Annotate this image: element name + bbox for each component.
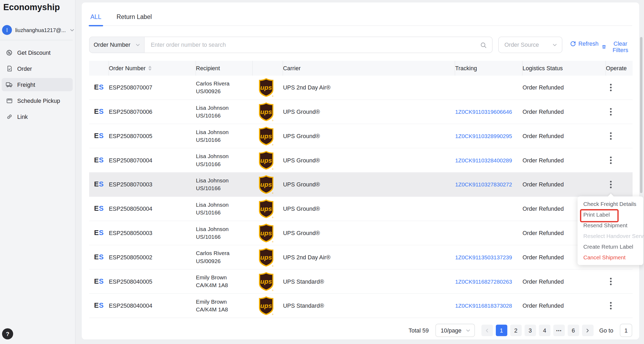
svg-text:ups: ups xyxy=(260,108,272,115)
page-size-select[interactable]: 10/page xyxy=(435,324,475,337)
tracking-cell: 1Z0CK9110328990295 xyxy=(455,132,523,140)
table-row[interactable]: ES ESP2508070003 Lisa Johnson US/10166 u… xyxy=(89,173,633,197)
table-row[interactable]: ES ESP2508040005 Emily Brown CA/K4M 1A8 … xyxy=(89,269,633,294)
row-actions-button[interactable] xyxy=(606,181,616,188)
economyship-es-logo: ES xyxy=(94,302,104,309)
table-row[interactable]: ES ESP2508050003 Lisa Johnson US/10166 u… xyxy=(89,221,633,245)
page-button[interactable]: 2 xyxy=(510,325,521,336)
tracking-link[interactable]: 1Z0CK9110328990295 xyxy=(455,133,512,139)
operate-cell xyxy=(606,278,633,285)
svg-text:®: ® xyxy=(272,313,274,315)
page-button[interactable]: 3 xyxy=(524,325,536,336)
sidebar-divider xyxy=(0,40,73,40)
menu-item[interactable]: Reselect Handover Service xyxy=(578,230,643,241)
carrier-logo-cell: ups ® xyxy=(253,272,283,291)
account-email: liuzhanghua1217@... xyxy=(15,27,66,33)
row-actions-button[interactable] xyxy=(606,108,616,115)
status-cell: Order Refunded xyxy=(523,157,606,164)
avatar: l xyxy=(2,25,12,35)
row-actions-button[interactable] xyxy=(606,157,616,164)
search-field-selector[interactable]: Order Number xyxy=(89,37,144,52)
svg-text:®: ® xyxy=(272,95,274,97)
menu-item[interactable]: Create Return Label xyxy=(578,241,643,252)
page-buttons: 1234•••6 xyxy=(481,325,594,336)
table-row[interactable]: ES ESP2508070005 Lisa Johnson US/10166 u… xyxy=(89,124,633,148)
row-actions-button[interactable] xyxy=(606,302,616,309)
tab-return-label[interactable]: Return Label xyxy=(115,12,153,25)
page-button[interactable]: 1 xyxy=(496,325,507,336)
clear-filters-label: Clear Filters xyxy=(609,40,632,53)
operate-cell xyxy=(606,132,633,140)
sidebar-item-order[interactable]: Order xyxy=(2,62,73,75)
order-source-select[interactable]: Order Source xyxy=(498,37,562,53)
sidebar-item-link[interactable]: Link xyxy=(2,110,73,123)
tracking-link[interactable]: 1Z0CK9110327830272 xyxy=(455,182,512,188)
table-row[interactable]: ES ESP2508040004 Emily Brown CA/K4M 1A8 … xyxy=(89,294,633,318)
row-actions-button[interactable] xyxy=(606,84,616,91)
tracking-link[interactable]: 1Z0CK9116827280263 xyxy=(455,279,512,285)
refresh-label: Refresh xyxy=(578,40,598,47)
table-row[interactable]: ES ESP2508050004 Lisa Johnson US/10166 u… xyxy=(89,197,633,221)
sort-icon[interactable] xyxy=(148,66,152,71)
menu-item[interactable]: Check Freight Details xyxy=(578,198,643,209)
menu-item[interactable]: Cancel Shipment xyxy=(578,252,643,263)
clear-filters-button[interactable]: Clear Filters xyxy=(602,40,632,53)
ups-logo: ups ® xyxy=(258,296,274,316)
total-count: Total 59 xyxy=(409,327,429,334)
recipient-code: US/10166 xyxy=(196,136,253,144)
prev-page-button[interactable] xyxy=(481,325,493,336)
svg-text:ups: ups xyxy=(260,278,272,285)
page-button[interactable]: 4 xyxy=(539,325,550,336)
recipient-name: Lisa Johnson xyxy=(196,201,253,209)
refresh-button[interactable]: Refresh xyxy=(570,40,598,47)
carrier-cell: UPS Ground® xyxy=(283,133,455,139)
carrier-logo-cell: ups ® xyxy=(253,175,283,194)
tracking-link[interactable]: 1Z0CK9110319606646 xyxy=(455,109,512,115)
page-button[interactable]: 6 xyxy=(568,325,579,336)
svg-text:ups: ups xyxy=(260,254,272,261)
recipient-name: Lisa Johnson xyxy=(196,153,253,160)
scrollbar[interactable] xyxy=(640,37,642,193)
order-number-cell: ESP2508050002 xyxy=(109,254,196,261)
column-header-order-number[interactable]: Order Number xyxy=(109,61,196,76)
tracking-link[interactable]: 1Z0CK9110328400289 xyxy=(455,157,512,163)
account-menu[interactable]: l liuzhanghua1217@... xyxy=(2,24,73,36)
row-actions-button[interactable] xyxy=(606,132,616,140)
help-button[interactable]: ? xyxy=(2,328,13,339)
table-row[interactable]: ES ESP2508070004 Lisa Johnson US/10166 u… xyxy=(89,148,633,173)
order-number-cell: ESP2508070003 xyxy=(109,181,196,188)
table-row[interactable]: ES ESP2508070006 Lisa Johnson US/10166 u… xyxy=(89,100,633,124)
tracking-cell: 1Z0CK9110328400289 xyxy=(455,157,523,164)
menu-item[interactable]: Print Label xyxy=(578,209,643,220)
sidebar-item-get-discount[interactable]: Get Discount xyxy=(2,46,73,59)
carrier-logo-cell: ups ® xyxy=(253,223,283,243)
row-logo-cell: ES xyxy=(89,132,109,140)
menu-item[interactable]: Resend Shipment xyxy=(578,220,643,230)
column-header-logistics-status: Logistics Status xyxy=(523,61,606,76)
tracking-link[interactable]: 1Z0CK9116818373028 xyxy=(455,303,512,309)
goto-page-input[interactable] xyxy=(620,324,632,337)
economyship-es-logo: ES xyxy=(94,253,104,261)
chevron-down-icon xyxy=(552,42,557,47)
recipient-code: US/00926 xyxy=(196,257,253,265)
page-button[interactable]: ••• xyxy=(553,325,565,336)
carrier-cell: UPS Ground® xyxy=(283,230,455,236)
svg-text:ups: ups xyxy=(260,205,272,212)
sidebar-item-schedule-pickup[interactable]: Schedule Pickup xyxy=(2,94,73,107)
operate-cell xyxy=(606,181,633,188)
sidebar: Economyship l liuzhanghua1217@... Get Di… xyxy=(0,0,76,344)
app-viewport: Economyship l liuzhanghua1217@... Get Di… xyxy=(0,0,644,344)
tab-all[interactable]: ALL xyxy=(89,12,103,25)
order-number-cell: ESP2508040004 xyxy=(109,302,196,309)
recipient-cell: Lisa Johnson US/10166 xyxy=(196,128,253,144)
ups-logo: ups ® xyxy=(258,223,274,243)
search-input[interactable] xyxy=(145,37,492,52)
sidebar-item-freight[interactable]: Freight xyxy=(2,78,73,91)
table-row[interactable]: ES ESP2508050002 Carlos Rivera US/00926 … xyxy=(89,245,633,269)
svg-text:ups: ups xyxy=(260,302,272,309)
next-page-button[interactable] xyxy=(582,325,594,336)
recipient-name: Carlos Rivera xyxy=(196,80,253,87)
row-actions-button[interactable] xyxy=(606,278,616,285)
table-row[interactable]: ES ESP2508070007 Carlos Rivera US/00926 … xyxy=(89,76,633,100)
tracking-link[interactable]: 1Z0CK9113503137239 xyxy=(455,254,512,260)
